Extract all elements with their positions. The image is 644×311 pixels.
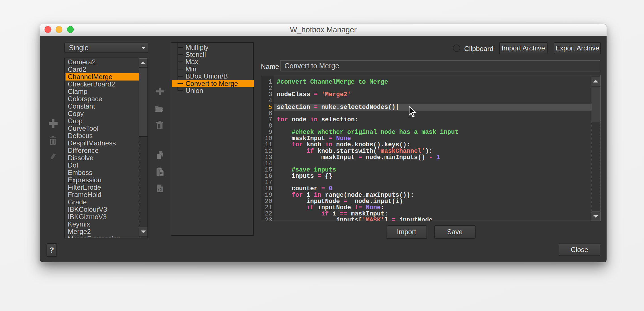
svg-text:x2: x2 (157, 187, 162, 192)
